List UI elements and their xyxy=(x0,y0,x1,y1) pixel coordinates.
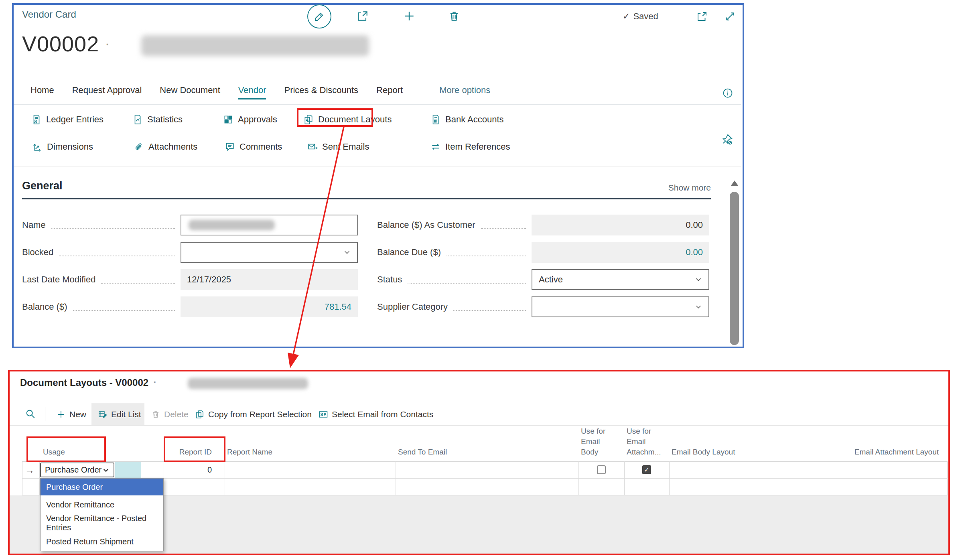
tab-new-document[interactable]: New Document xyxy=(160,85,220,98)
grid-line xyxy=(39,461,40,495)
delete-button: Delete xyxy=(151,408,189,421)
column-header-use-for-email-body[interactable]: Use for Email Body xyxy=(581,426,613,457)
column-header-use-for-email-attachment[interactable]: Use for Email Attachm... xyxy=(627,426,665,457)
edit-list-label: Edit List xyxy=(111,410,141,419)
page-caption: Vendor Card xyxy=(22,9,76,20)
action-label: Dimensions xyxy=(47,142,93,152)
tab-report[interactable]: Report xyxy=(376,85,403,98)
balance-as-customer-value-box: 0.00 xyxy=(532,215,709,235)
redacted-vendor-name-small xyxy=(188,378,308,389)
share-icon[interactable] xyxy=(356,10,369,22)
edit-list-button[interactable]: Edit List xyxy=(98,408,141,421)
column-header-email-body-layout[interactable]: Email Body Layout xyxy=(672,447,735,457)
vendor-number: V00002 xyxy=(22,31,99,56)
action-label: Item References xyxy=(445,142,510,152)
action-label: Comments xyxy=(240,142,282,152)
balance-as-customer-label: Balance ($) As Customer xyxy=(377,220,475,230)
name-input[interactable] xyxy=(181,215,358,235)
annotation-box-document-layouts xyxy=(297,108,373,127)
action-item-references[interactable]: Item References xyxy=(430,139,510,155)
new-button[interactable]: New xyxy=(56,408,86,421)
report-id-cell[interactable]: 0 xyxy=(173,465,212,475)
title-separator: · xyxy=(105,35,110,53)
tabs-separator xyxy=(14,104,741,105)
action-ledger-entries[interactable]: Ledger Entries xyxy=(31,112,104,128)
tab-prices-discounts[interactable]: Prices & Discounts xyxy=(284,85,358,98)
open-in-new-window-icon[interactable] xyxy=(696,10,708,22)
dropdown-option-vendor-remittance[interactable]: Vendor Remittance xyxy=(41,495,163,514)
saved-label: Saved xyxy=(633,11,658,22)
action-dimensions[interactable]: Dimensions xyxy=(32,139,93,155)
new-button-label: New xyxy=(69,410,86,419)
column-header-email-attachment-layout[interactable]: Email Attachment Layout xyxy=(842,447,939,457)
dropdown-option-posted-return-shipment[interactable]: Posted Return Shipment xyxy=(41,532,163,551)
supplier-category-select[interactable] xyxy=(532,296,709,317)
show-more-link[interactable]: Show more xyxy=(634,183,711,193)
dropdown-option-purchase-order[interactable]: Purchase Order xyxy=(41,479,163,495)
balance-due-value-link[interactable]: 0.00 xyxy=(532,247,709,258)
field-last-date-modified: Last Date Modified 12/17/2025 xyxy=(22,269,358,290)
action-approvals[interactable]: Approvals xyxy=(223,112,277,128)
bank-accounts-icon xyxy=(430,114,441,125)
use-for-email-body-checkbox[interactable] xyxy=(597,465,606,474)
new-record-plus-icon[interactable] xyxy=(403,10,416,22)
expand-icon[interactable] xyxy=(724,10,736,22)
title-separator: · xyxy=(153,376,157,389)
toolbar-divider xyxy=(45,407,45,421)
action-comments[interactable]: Comments xyxy=(225,139,282,155)
column-header-send-to-email[interactable]: Send To Email xyxy=(398,447,447,457)
last-date-modified-label: Last Date Modified xyxy=(22,274,95,285)
comment-bubble-icon xyxy=(225,142,235,152)
balance-label: Balance ($) xyxy=(22,302,67,312)
action-statistics[interactable]: Statistics xyxy=(132,112,183,128)
general-section-heading[interactable]: General xyxy=(22,180,63,192)
dotted-leader xyxy=(73,310,175,311)
info-icon[interactable] xyxy=(722,87,733,99)
sent-emails-icon xyxy=(307,142,318,152)
column-header-report-name[interactable]: Report Name xyxy=(227,447,272,457)
statistics-icon xyxy=(132,114,143,125)
item-references-icon xyxy=(430,142,441,152)
record-title-row: V00002 · xyxy=(22,31,110,56)
balance-value-link[interactable]: 781.54 xyxy=(181,302,358,312)
field-blocked: Blocked xyxy=(22,242,358,263)
delete-label: Delete xyxy=(164,410,189,419)
general-underline xyxy=(22,198,711,199)
tab-request-approval[interactable]: Request Approval xyxy=(72,85,142,98)
tab-vendor[interactable]: Vendor xyxy=(238,85,266,99)
status-select[interactable]: Active xyxy=(532,269,709,290)
scrollbar-up-arrow[interactable] xyxy=(731,181,739,186)
delete-record-trash-icon[interactable] xyxy=(448,10,461,22)
dotted-leader xyxy=(408,282,526,284)
edit-button[interactable] xyxy=(307,4,331,28)
usage-selected-value: Purchase Order xyxy=(45,465,101,475)
more-options-button[interactable]: More options xyxy=(439,85,490,98)
blocked-select[interactable] xyxy=(181,242,358,263)
action-label: Bank Accounts xyxy=(445,114,504,125)
dotted-leader xyxy=(51,228,175,229)
copy-from-report-selection-button[interactable]: Copy from Report Selection xyxy=(195,408,312,421)
search-icon[interactable] xyxy=(25,408,36,420)
action-attachments[interactable]: Attachments xyxy=(134,139,197,155)
action-bank-accounts[interactable]: Bank Accounts xyxy=(430,112,504,128)
unpin-icon[interactable] xyxy=(721,133,733,145)
action-bar-tabs: Home Request Approval New Document Vendo… xyxy=(30,85,490,99)
saved-check-icon: ✓ xyxy=(623,11,630,22)
annotation-box-report-id xyxy=(164,436,225,462)
select-email-label: Select Email from Contacts xyxy=(332,410,433,419)
focused-cell-highlight[interactable] xyxy=(115,462,141,478)
scrollbar-thumb[interactable] xyxy=(730,192,739,345)
usage-select[interactable]: Purchase Order xyxy=(40,463,114,477)
select-email-from-contacts-button[interactable]: Select Email from Contacts xyxy=(319,408,433,421)
redacted-name-value xyxy=(189,220,275,230)
dropdown-option-vendor-remittance-posted[interactable]: Vendor Remittance - Posted Entries xyxy=(41,514,163,532)
action-label: Attachments xyxy=(148,142,197,152)
dimensions-icon xyxy=(32,142,43,152)
tab-home[interactable]: Home xyxy=(30,85,54,98)
action-label: Approvals xyxy=(238,114,277,125)
toolbar-bottom-border xyxy=(10,425,948,426)
use-for-email-attachment-checkbox[interactable]: ✓ xyxy=(642,465,651,474)
balance-due-label: Balance Due ($) xyxy=(377,247,441,258)
balance-due-value-box: 0.00 xyxy=(532,242,709,263)
action-sent-emails[interactable]: Sent Emails xyxy=(307,139,369,155)
